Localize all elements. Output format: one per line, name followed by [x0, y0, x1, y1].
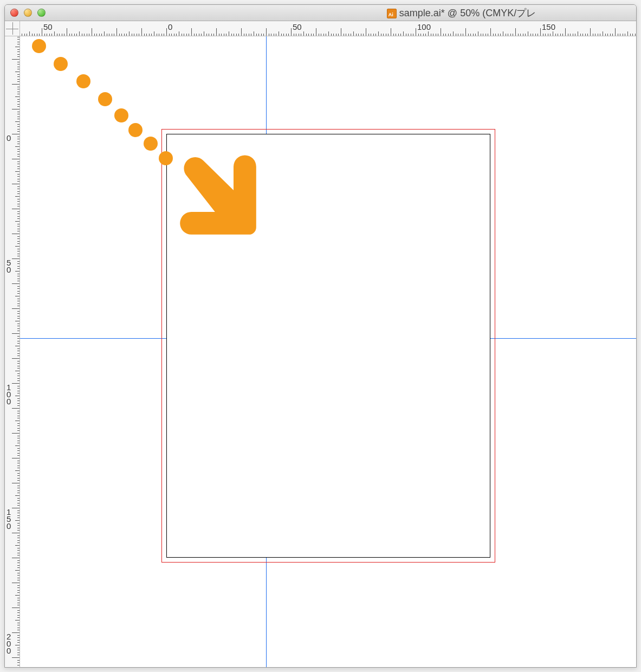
ruler-tick: [17, 251, 20, 251]
ruler-tick: [17, 540, 20, 541]
minimize-button[interactable]: [24, 9, 32, 17]
ruler-tick: [17, 488, 20, 488]
ruler-tick: [211, 34, 212, 36]
ruler-tick: [17, 39, 20, 40]
ruler-tick: [17, 64, 20, 64]
ruler-tick: [124, 34, 125, 36]
ruler-tick: [89, 34, 89, 36]
ruler-tick: [57, 34, 57, 36]
ruler-tick: [144, 34, 145, 36]
ruler-tick: [436, 34, 436, 36]
ruler-tick: [15, 570, 20, 571]
ruler-tick: [515, 28, 516, 36]
ruler-tick: [132, 34, 132, 36]
ruler-tick: [17, 191, 20, 192]
document-window: Ai sample.ai* @ 50% (CMYK/プレ 10050050100…: [4, 4, 637, 668]
ruler-tick: [17, 324, 20, 324]
ruler-tick: [249, 34, 249, 36]
artboard[interactable]: [166, 134, 490, 558]
ruler-tick: [151, 34, 152, 36]
ruler-tick: [283, 34, 284, 36]
ruler-tick: [303, 31, 304, 36]
ruler-tick: [630, 34, 631, 36]
ruler-tick: [500, 34, 501, 36]
ruler-tick: [12, 632, 20, 633]
ruler-tick: [607, 34, 608, 36]
ruler-tick: [82, 34, 82, 36]
ruler-tick: [17, 450, 20, 451]
close-button[interactable]: [10, 9, 18, 17]
ruler-tick: [17, 256, 20, 256]
ruler-tick: [393, 34, 394, 36]
ruler-label: 0: [168, 22, 172, 31]
horizontal-ruler[interactable]: 10050050100150200250: [20, 21, 636, 36]
ruler-tick: [475, 34, 476, 36]
ruler-tick: [12, 84, 20, 85]
ruler-tick: [12, 433, 20, 434]
ruler-tick: [17, 92, 20, 92]
annotation-dot: [54, 57, 68, 71]
ruler-tick: [488, 34, 488, 36]
ruler-tick: [17, 176, 20, 177]
window-title: Ai sample.ai* @ 50% (CMYK/プレ: [5, 7, 636, 20]
ruler-tick: [15, 470, 20, 471]
ruler-tick: [328, 31, 329, 36]
ruler-tick: [420, 34, 421, 36]
ruler-tick: [17, 94, 20, 94]
ruler-tick: [17, 411, 20, 411]
ruler-tick: [137, 34, 137, 36]
ruler-tick: [279, 31, 279, 36]
illustrator-icon: Ai: [387, 9, 397, 18]
ruler-tick: [331, 34, 332, 36]
ruler-tick: [565, 28, 566, 36]
ruler-tick: [344, 34, 344, 36]
ruler-tick: [605, 34, 606, 36]
ruler-tick: [17, 480, 20, 481]
ruler-tick: [12, 134, 20, 134]
ruler-tick: [356, 34, 357, 36]
ruler-tick: [17, 535, 20, 536]
ruler-tick: [39, 34, 40, 36]
ruler-tick: [116, 28, 117, 36]
ruler-tick: [493, 34, 494, 36]
ruler-tick: [17, 131, 20, 132]
ruler-tick: [17, 276, 20, 276]
zoom-button[interactable]: [37, 9, 46, 17]
ruler-tick: [495, 34, 496, 36]
ruler-tick: [17, 51, 20, 52]
ruler-tick: [17, 555, 20, 555]
ruler-tick: [568, 34, 568, 36]
ruler-tick: [17, 610, 20, 611]
ruler-tick: [461, 34, 461, 36]
ruler-tick: [87, 34, 87, 36]
ruler-tick: [17, 112, 20, 112]
ruler-tick: [598, 34, 598, 36]
ruler-tick: [17, 169, 20, 169]
ruler-tick: [336, 34, 336, 36]
ruler-tick: [543, 34, 543, 36]
ruler-tick: [558, 34, 558, 36]
ruler-tick: [341, 28, 341, 36]
ruler-tick: [553, 31, 553, 36]
ruler-tick: [12, 234, 20, 234]
ruler-tick: [299, 34, 299, 36]
vertical-ruler[interactable]: 50050100150200250300: [5, 36, 20, 667]
canvas[interactable]: [20, 36, 636, 667]
ruler-tick: [17, 316, 20, 316]
ruler-origin-box[interactable]: [5, 21, 20, 36]
ruler-tick: [17, 42, 20, 42]
ruler-tick: [17, 463, 20, 463]
titlebar[interactable]: Ai sample.ai* @ 50% (CMYK/プレ: [5, 5, 636, 21]
ruler-tick: [498, 34, 498, 36]
ruler-tick: [490, 28, 491, 36]
ruler-tick: [623, 34, 623, 36]
ruler-tick: [17, 623, 20, 623]
ruler-tick: [12, 383, 20, 384]
ruler-tick: [17, 214, 20, 214]
ruler-tick: [244, 34, 244, 36]
ruler-tick: [15, 421, 20, 421]
ruler-tick: [17, 493, 20, 493]
ruler-tick: [17, 378, 20, 379]
ruler-tick: [560, 34, 561, 36]
ruler-tick: [209, 34, 209, 36]
